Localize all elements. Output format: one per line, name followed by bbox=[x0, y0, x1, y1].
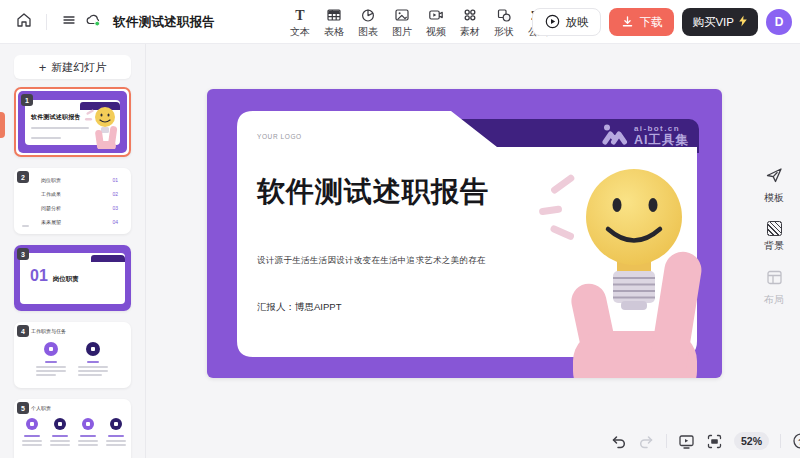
tool-shape[interactable]: 形状 bbox=[487, 5, 521, 41]
tool-text[interactable]: T 文本 bbox=[283, 5, 317, 41]
download-button[interactable]: 下载 bbox=[609, 8, 674, 36]
tool-image[interactable]: 图片 bbox=[385, 5, 419, 41]
svg-text:T: T bbox=[295, 8, 305, 23]
lightning-icon bbox=[738, 15, 748, 29]
slide-thumbnail-2[interactable]: 岗位职责01 工作成果02 问题分析03 未来展望04 2 bbox=[14, 168, 131, 234]
present-button[interactable]: 放映 bbox=[532, 8, 601, 36]
canvas-controls: 52% ? bbox=[610, 430, 800, 452]
cloud-save-status[interactable] bbox=[81, 10, 105, 34]
slide-thumbnail-1[interactable]: 软件测试述职报告 1 bbox=[14, 87, 131, 157]
slide-number-badge: 1 bbox=[21, 94, 33, 106]
shape-icon bbox=[496, 7, 512, 23]
fit-screen-button[interactable] bbox=[706, 433, 723, 450]
material-icon bbox=[462, 7, 478, 23]
cloud-icon bbox=[84, 11, 102, 33]
table-icon bbox=[326, 7, 342, 23]
tool-table[interactable]: 表格 bbox=[317, 5, 351, 41]
layout-icon bbox=[766, 269, 783, 290]
help-button[interactable]: ? bbox=[792, 432, 800, 450]
template-icon bbox=[765, 166, 783, 188]
redo-button[interactable] bbox=[638, 433, 655, 450]
slide-thumbnail-4[interactable]: 工作职责与任务 4 bbox=[14, 322, 131, 388]
mini-bulb-illustration bbox=[84, 103, 118, 149]
play-circle-icon bbox=[545, 14, 560, 31]
pie-chart-icon bbox=[360, 7, 376, 23]
panel-item-layout[interactable]: 布局 bbox=[764, 269, 784, 307]
design-panel: 模板 背景 布局 bbox=[748, 44, 800, 458]
tool-chart[interactable]: 图表 bbox=[351, 5, 385, 41]
slide-number-badge: 5 bbox=[17, 402, 29, 414]
slide-number-badge: 2 bbox=[17, 171, 29, 183]
divider bbox=[46, 14, 47, 30]
slide-number-badge: 4 bbox=[17, 325, 29, 337]
sidebar-collapse-handle[interactable] bbox=[0, 112, 5, 138]
slide-number-badge: 3 bbox=[17, 248, 29, 260]
plus-icon: + bbox=[39, 61, 47, 74]
new-slide-button[interactable]: + 新建幻灯片 bbox=[14, 55, 131, 79]
divider bbox=[666, 434, 667, 448]
present-from-here-button[interactable] bbox=[678, 433, 695, 450]
undo-button[interactable] bbox=[610, 433, 627, 450]
divider bbox=[780, 434, 781, 448]
top-toolbar: 软件测试述职报告 T 文本 表格 图表 图片 视频 bbox=[0, 0, 800, 44]
tool-video[interactable]: 视频 bbox=[419, 5, 453, 41]
home-icon bbox=[15, 11, 33, 33]
slide-title-textbox[interactable]: 软件测试述职报告 bbox=[257, 173, 489, 211]
slide-logo-placeholder[interactable]: YOUR LOGO bbox=[257, 133, 302, 140]
lightbulb-illustration[interactable] bbox=[537, 145, 712, 378]
slide-canvas[interactable]: ai-bot.cn AI工具集 YOUR LOGO 软件测试述职报告 设计源于生… bbox=[207, 89, 722, 378]
background-icon bbox=[767, 221, 782, 236]
panel-item-template[interactable]: 模板 bbox=[764, 166, 784, 205]
zoom-level-button[interactable]: 52% bbox=[734, 432, 769, 450]
app-window: 软件测试述职报告 T 文本 表格 图表 图片 视频 bbox=[0, 0, 800, 458]
hamburger-icon bbox=[61, 12, 77, 32]
slide-reporter-textbox[interactable]: 汇报人：博思AIPPT bbox=[257, 301, 341, 314]
slide-subtitle-textbox[interactable]: 设计源于生活生活因设计改变在生活中追求艺术之美的存在 bbox=[257, 255, 486, 267]
video-icon bbox=[428, 7, 444, 23]
user-avatar[interactable]: D bbox=[766, 9, 792, 35]
download-icon bbox=[621, 15, 634, 30]
panel-item-background[interactable]: 背景 bbox=[764, 221, 784, 253]
image-icon bbox=[394, 7, 410, 23]
buy-vip-button[interactable]: 购买VIP bbox=[682, 8, 758, 36]
text-icon: T bbox=[292, 7, 308, 23]
document-title: 软件测试述职报告 bbox=[113, 14, 215, 31]
menu-button[interactable] bbox=[57, 10, 81, 34]
slide-thumbnail-5[interactable]: 个人职责 5 bbox=[14, 399, 131, 458]
tool-material[interactable]: 素材 bbox=[453, 5, 487, 41]
home-button[interactable] bbox=[12, 10, 36, 34]
insert-tools: T 文本 表格 图表 图片 视频 素材 bbox=[283, 5, 555, 41]
slide-thumbnail-3[interactable]: 01 岗位职责 3 bbox=[14, 245, 131, 311]
slide-panel: + 新建幻灯片 软件测试述职报告 bbox=[0, 44, 146, 458]
